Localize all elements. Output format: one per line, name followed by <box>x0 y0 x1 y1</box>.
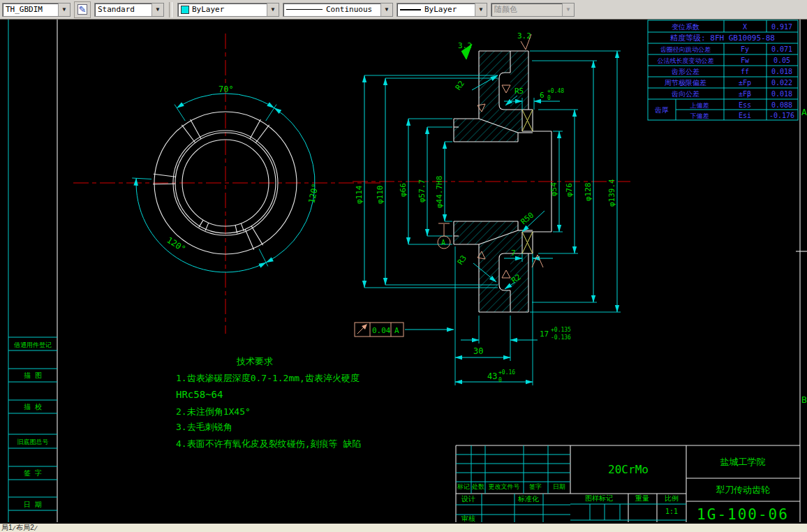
color-swatch-icon <box>181 6 189 14</box>
margin-label: 旧底图总号 <box>17 438 49 445</box>
gear-parameter-table: 变位系数 X 0.917 精度等级: 8FH GB10095-88 齿圈径向跳动… <box>648 20 798 120</box>
front-view: 70° 120° 120° <box>73 34 380 334</box>
tb-label-scale: 比例 <box>665 494 679 502</box>
layout-tab-model[interactable]: 局1 <box>1 523 13 532</box>
table-value: 0.022 <box>771 79 792 87</box>
finish-triangle-icon <box>502 85 510 93</box>
tech-req-line: HRc58~64 <box>176 389 223 400</box>
chevron-down-icon[interactable]: ▼ <box>267 3 279 16</box>
plot-style-combo: 随颜色 ▼ <box>491 3 575 17</box>
tech-req-title: 技术要求 <box>236 356 273 367</box>
leader-r50: R50 <box>519 211 536 227</box>
text-style-button[interactable]: ✎ <box>74 1 91 18</box>
dim-phi76: φ76 <box>565 183 574 197</box>
dim-phi128: φ128 <box>584 183 593 202</box>
angle-dim-120-bottom <box>136 178 266 272</box>
dim-6: 6 <box>540 91 545 100</box>
tb-label-change-file: 更改文件号 <box>489 483 520 490</box>
text-style-combo[interactable]: Standard ▼ <box>94 3 164 17</box>
angle-label-70: 70° <box>219 84 234 94</box>
leader-r5: R5 <box>514 87 524 96</box>
dim-phi54: φ54 <box>549 182 558 196</box>
datum-letter: A <box>441 239 445 246</box>
dim-17-sup: +0.135 <box>551 327 571 333</box>
table-label: 周节极限偏差 <box>665 79 706 87</box>
text-style-icon: ✎ <box>77 4 88 15</box>
lineweight-combo[interactable]: ByLayer ▼ <box>397 3 487 17</box>
dim-phi57: φ57.7 <box>417 179 427 202</box>
leader-r2-top: R2 <box>454 79 466 91</box>
tab-separator: ∕ <box>36 524 37 532</box>
table-label: 齿形公差 <box>672 68 699 75</box>
table-symbol: ±Fβ <box>739 90 751 98</box>
margin-label-column: 借通用件登记 描 图 描 校 旧底图总号 签 字 日 期 <box>8 337 57 510</box>
chevron-down-icon[interactable]: ▼ <box>475 3 487 16</box>
dim-17: 17 <box>540 330 549 339</box>
dim-style-combo[interactable]: TH_GBDIM ▼ <box>2 3 71 17</box>
text-style-value: Standard <box>98 5 135 14</box>
color-value: ByLayer <box>192 5 224 14</box>
chevron-down-icon[interactable]: ▼ <box>58 3 70 16</box>
table-symbol: Ess <box>739 101 751 109</box>
table-label: 公法线长度变动公差 <box>658 57 714 64</box>
lineweight-value: ByLayer <box>424 5 457 14</box>
angle-dim-120-right <box>266 108 315 263</box>
tech-req-line: 1.齿表渗碳层深度0.7-1.2mm,齿表淬火硬度 <box>176 373 360 383</box>
zone-letter-a: A <box>801 107 807 117</box>
toolbar-separator <box>169 2 172 17</box>
table-symbol: X <box>743 23 747 31</box>
table-label: 变位系数 <box>672 23 699 31</box>
margin-label: 签 字 <box>24 469 42 477</box>
table-value: 0.088 <box>771 101 792 109</box>
table-label: 下偏差 <box>690 112 709 119</box>
angle-extension-lines <box>132 105 276 267</box>
table-label: 齿向公差 <box>672 90 699 98</box>
table-value: 0.018 <box>771 68 792 75</box>
table-label: 齿厚 <box>655 106 669 114</box>
drawing-canvas[interactable]: A B 借通用件登记 描 图 描 校 旧底图总号 签 字 日 期 <box>0 20 807 524</box>
tb-label-weight: 重量 <box>635 494 649 502</box>
plot-style-value: 随颜色 <box>494 4 517 15</box>
tb-part-name: 犁刀传动齿轮 <box>716 485 770 495</box>
chevron-down-icon[interactable]: ▼ <box>151 3 163 16</box>
table-label: 齿圈径向跳动公差 <box>660 46 711 53</box>
layout-tab-2[interactable]: 布局2 <box>16 523 34 532</box>
table-label: 上偏差 <box>690 102 709 109</box>
tech-req-line: 3.去毛刺锐角 <box>176 422 232 432</box>
tb-label-date: 日期 <box>553 483 565 490</box>
finish-triangle-icon <box>532 255 543 267</box>
chevron-down-icon: ▼ <box>562 3 574 16</box>
section-view: φ114 φ110 φ66 φ57.7 φ44.7H8 φ54 φ76 φ128… <box>353 31 630 385</box>
roughness-value: 3.2 <box>517 31 531 40</box>
linetype-value: Continuous <box>326 5 372 14</box>
table-grade-row: 精度等级: 8FH GB10095-88 <box>669 34 775 43</box>
table-symbol: Fw <box>741 57 750 64</box>
dim-6-sub: 0 <box>547 95 551 101</box>
tb-company: 盐城工学院 <box>720 457 766 467</box>
tech-req-line: 2.未注倒角1X45° <box>176 406 251 417</box>
linetype-combo[interactable]: Continuous ▼ <box>283 3 393 17</box>
leader-r3: R3 <box>456 253 468 266</box>
feature-control-frame: 0.04 A <box>355 323 454 337</box>
table-value: 0.05 <box>773 57 790 64</box>
table-symbol: Esi <box>739 112 751 119</box>
table-value: 0.071 <box>771 45 792 53</box>
finish-triangle-icon <box>502 270 510 278</box>
table-value: 0.018 <box>771 90 792 98</box>
tb-label-count: 处数 <box>471 483 484 490</box>
margin-label: 描 校 <box>24 403 42 411</box>
tb-label-sign: 签字 <box>529 483 542 490</box>
tb-label-stamp: 图样标记 <box>585 494 613 502</box>
dim-6-sup: +0.48 <box>547 88 564 94</box>
margin-label: 描 图 <box>24 371 42 379</box>
title-block: 标记 处数 更改文件号 签字 日期 设计 标准化 审核 图样标记 重量 比例 1… <box>456 445 800 523</box>
linetype-sample-icon <box>286 9 323 10</box>
dim-phi44: φ44.7H8 <box>435 176 444 208</box>
zone-letter-b: B <box>801 394 807 405</box>
tb-label-mark: 标记 <box>457 483 470 490</box>
tb-label-check: 审核 <box>461 515 475 522</box>
dim-43-sub: 0 <box>498 377 502 383</box>
color-combo[interactable]: ByLayer ▼ <box>177 3 279 17</box>
dim-phi139: φ139.4 <box>607 179 616 207</box>
chevron-down-icon[interactable]: ▼ <box>380 3 392 16</box>
